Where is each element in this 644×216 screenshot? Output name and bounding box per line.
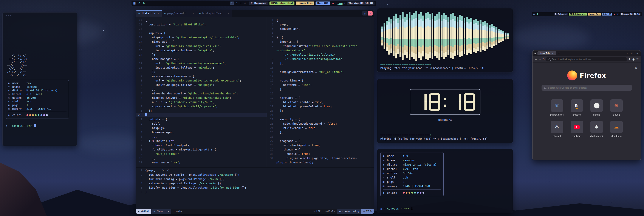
window-dot[interactable] <box>8 15 9 16</box>
user-icon: ◉ <box>8 82 12 85</box>
network-icon[interactable]: ⇵ <box>617 13 618 15</box>
window-dot[interactable] <box>10 15 11 16</box>
shortcut-github[interactable]: github <box>587 99 606 116</box>
firefox-window: ▣ New Tab × + – ▢ ✕ ← → ↻ ❖ ◉ ☰ ⚙ Firefo… <box>532 50 641 160</box>
code-line: 29 thunar = { <box>267 147 374 152</box>
nix-file-icon: ❄ <box>138 12 140 15</box>
visualizer-bar <box>443 13 445 59</box>
editor-tab-hosts/isoImag..[interactable]: ❄hosts/isoImag..× <box>196 10 232 17</box>
shell-prompt[interactable]: ⌂ → canopus ~ >>> <box>6 124 74 127</box>
status-segment[interactable]: Bat: 100 <box>602 13 612 16</box>
code-line: 7 inputs.nixpkgs.follows = "nixpkgs"; <box>136 83 267 87</box>
close-window-button[interactable]: ✕ <box>368 11 372 16</box>
buffer-flake-nix[interactable]: 22{21 description = "tux's NixOS Flake";… <box>136 17 267 167</box>
volume-icon[interactable]: ▂▄▆ <box>338 2 342 5</box>
address-bar[interactable] <box>546 57 626 61</box>
track-progress: ============================> <box>380 63 510 66</box>
fetch-row: ❄distroNixOS 24.11 (Vicuna) <box>383 162 441 167</box>
tab-close-icon[interactable]: × <box>192 12 194 15</box>
music-icon[interactable]: ♪ <box>335 2 336 5</box>
app-menu-icon[interactable]: ▦ <box>133 2 136 5</box>
shortcut-cloudflare[interactable]: ☁cloudflare <box>606 121 626 137</box>
buffer-pkgs-default[interactable]: 1{pkgs, ...}: {2 tux-awesome-wm-config =… <box>136 167 374 209</box>
status-segment[interactable]: Home: 8ms <box>296 2 314 5</box>
visualizer-bar <box>473 20 474 52</box>
tab-close-icon[interactable]: × <box>552 52 554 55</box>
editor-tab-pkgs/default...[interactable]: ❄pkgs/default...× <box>162 10 197 17</box>
code-line: 7 "${modulesPath}/installer/cd-dvd/insta… <box>267 44 374 48</box>
shortcut-claude[interactable]: ✳claude <box>606 99 626 116</box>
tab-close-icon[interactable]: × <box>228 12 229 15</box>
lsp-status: ⚙LSP ~ null-ls <box>312 209 337 214</box>
record-icon[interactable]: ◉ <box>332 2 334 5</box>
shell-prompt[interactable]: ⌂ → canopus ~ >>> <box>380 207 510 210</box>
workspace-4[interactable]: 4 <box>243 2 247 5</box>
new-tab-button[interactable]: + <box>557 52 561 55</box>
tab-close-icon[interactable]: × <box>157 12 159 15</box>
personalize-gear-icon[interactable]: ⚙ <box>635 66 637 69</box>
tag-icon[interactable]: ᗣ <box>143 2 145 5</box>
status-segment[interactable]: GPU: Integrated <box>270 2 294 5</box>
pkgs-icon: ▣ <box>8 104 12 107</box>
status-segment[interactable]: P: Balanced <box>554 13 568 16</box>
code-line: 25 }; <box>267 130 374 134</box>
shortcut-chat.openai[interactable]: ✻chat.openai <box>587 121 606 137</box>
status-segment[interactable]: Bat: 100 <box>316 2 330 5</box>
split-toggle-button[interactable]: ◫ <box>362 11 367 16</box>
visualizer-bar <box>498 29 500 43</box>
palette-dot <box>43 114 45 116</box>
hamburger-menu-icon[interactable]: ☰ <box>636 58 638 61</box>
nixos-icon: ❄ <box>555 103 559 108</box>
code-line: 13 networking = { <box>267 79 374 83</box>
visualizer-bar <box>438 12 440 60</box>
palette-dot <box>40 114 42 116</box>
search-input[interactable] <box>542 85 632 91</box>
status-segment[interactable]: Home: 6ms <box>588 13 601 16</box>
forward-icon[interactable]: → <box>538 58 541 61</box>
taglist: ᗧᗣ <box>137 2 145 5</box>
editor-tab-flake.nix[interactable]: ❄flake.nix× <box>136 10 162 17</box>
profile-icon[interactable]: ◉ <box>632 58 634 61</box>
shell-icon: ⌘ <box>383 176 387 179</box>
status-segment[interactable]: GPU: Integrated <box>569 13 587 16</box>
shortcut-youtube[interactable]: youtube <box>567 121 587 137</box>
network-icon[interactable]: ⇵ <box>344 2 345 5</box>
minimize-button[interactable]: – <box>626 52 629 54</box>
music-icon[interactable]: ♪ <box>616 13 617 15</box>
tag-icon[interactable]: ᗧ <box>138 2 140 5</box>
visualizer-bar <box>432 13 434 59</box>
visualizer-bar <box>448 17 450 55</box>
code-line: 5 firefox-mod-blur = pkgs.callPackage ./… <box>136 186 374 190</box>
extensions-icon[interactable]: ❖ <box>628 58 631 61</box>
address-input[interactable] <box>552 58 625 61</box>
tabbar-buttons: ◫✕ <box>361 10 374 17</box>
maximize-button[interactable]: ▢ <box>630 52 634 54</box>
workspace-2[interactable]: 2 <box>234 2 238 5</box>
workspace-3[interactable]: 3 <box>239 2 242 5</box>
shortcut-search.nixos[interactable]: ❄search.nixos <box>547 99 567 116</box>
code-line: 3 modulesPath, <box>267 27 374 31</box>
code-line: 30 enable = true; <box>267 152 374 156</box>
shortcut-chatgpt[interactable]: ✻chatgpt <box>547 121 567 137</box>
firefox-view-icon[interactable]: ▣ <box>534 52 536 55</box>
visualizer-bar <box>488 25 490 47</box>
app-menu-icon[interactable]: ▦ <box>533 13 535 15</box>
browser-tab-new-tab[interactable]: New Tab × <box>538 51 556 55</box>
memory-icon: ▤ <box>8 107 12 110</box>
close-button[interactable]: ✕ <box>635 52 639 54</box>
buffer-iso-image[interactable]: 1{2 pkgs,3 modulesPath,4 ...5}: {6 impor… <box>267 17 374 167</box>
back-icon[interactable]: ← <box>535 58 537 61</box>
clock-widget[interactable]: Thu Aug 08, 18:18 <box>347 2 374 5</box>
clock-widget[interactable]: Thu Aug 08, 18:18 <box>620 13 640 16</box>
reload-icon[interactable]: ↻ <box>542 58 544 61</box>
status-segment[interactable]: P: Balanced <box>249 2 268 5</box>
code-line: n-cd-minimal.nix" <box>267 48 374 53</box>
workspace-1[interactable]: 1 <box>230 2 234 5</box>
window-dot[interactable] <box>6 15 7 16</box>
tag-icon[interactable]: ᗧ <box>536 13 538 15</box>
shortcut-amazon[interactable]: aamazon <box>567 99 587 116</box>
record-icon[interactable]: ◉ <box>614 13 615 15</box>
newtab-search-input[interactable] <box>548 86 629 89</box>
visualizer-bar <box>397 18 399 54</box>
code-line: 31 plugins = with pkgs.xfce; [thunar-arc… <box>267 156 374 160</box>
